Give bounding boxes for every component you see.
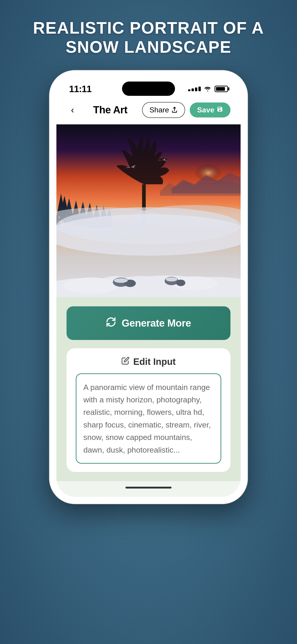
content-area: Generate More Edit Input: [56, 297, 240, 481]
page-title: REALISTIC PORTRAIT OF A SNOW LANDSCAPE: [14, 18, 282, 57]
nav-title: The Art: [93, 104, 128, 116]
back-button[interactable]: ‹: [66, 104, 78, 116]
status-bar: 11:11: [56, 78, 240, 98]
svg-point-14: [176, 280, 185, 286]
save-button[interactable]: Save: [190, 102, 230, 118]
share-icon: [171, 107, 178, 113]
svg-point-15: [114, 278, 128, 283]
edit-icon: [121, 356, 130, 367]
status-time: 11:11: [69, 84, 92, 94]
dynamic-island: [122, 82, 175, 96]
save-icon: [217, 106, 223, 114]
status-icons: [188, 85, 228, 93]
home-indicator: [56, 481, 240, 497]
share-label: Share: [150, 106, 169, 114]
edit-input-card: Edit Input A panoramic view of mountain …: [66, 348, 230, 472]
svg-point-9: [63, 278, 118, 294]
wifi-icon: [204, 85, 211, 93]
signal-icon: [188, 86, 201, 91]
svg-point-16: [166, 277, 177, 282]
phone-frame: 11:11: [50, 70, 248, 504]
generate-icon: [106, 317, 116, 329]
nav-bar: ‹ The Art Share Save: [56, 98, 240, 124]
save-label: Save: [197, 106, 214, 114]
share-button[interactable]: Share: [142, 102, 185, 118]
phone-screen: 11:11: [56, 78, 240, 497]
landscape-svg: [56, 124, 240, 297]
generate-label: Generate More: [122, 318, 191, 329]
back-chevron-icon: ‹: [71, 105, 74, 114]
edit-input-header: Edit Input: [76, 356, 221, 367]
input-text-content: A panoramic view of mountain range with …: [83, 381, 214, 456]
edit-input-label: Edit Input: [133, 356, 176, 367]
phone-mockup: 11:11: [50, 70, 248, 504]
nav-actions: Share Save: [142, 102, 230, 118]
battery-icon: [214, 86, 228, 92]
generate-more-button[interactable]: Generate More: [66, 306, 230, 340]
home-bar: [126, 487, 172, 488]
landscape-image: [56, 124, 240, 297]
text-input[interactable]: A panoramic view of mountain range with …: [76, 373, 221, 464]
